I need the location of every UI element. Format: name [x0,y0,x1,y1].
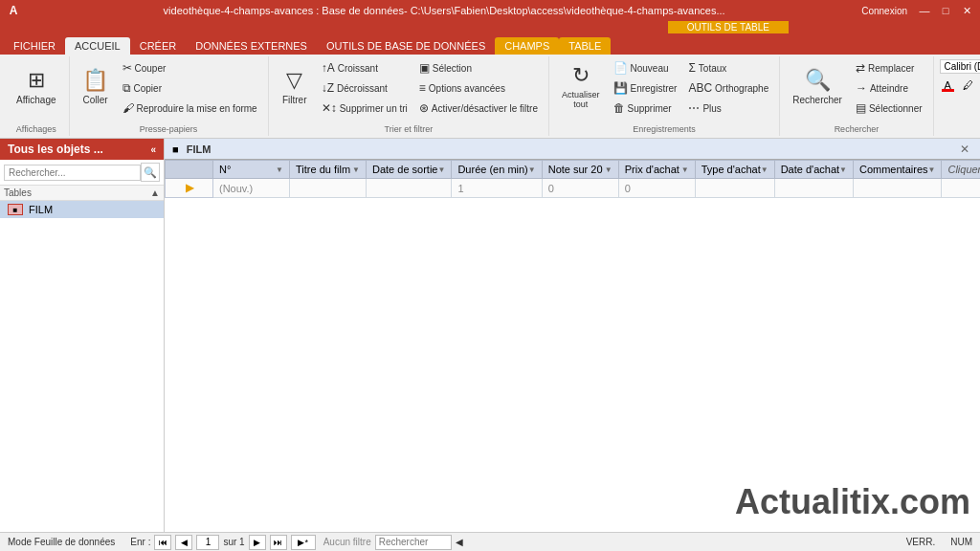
col-header-ajouter[interactable]: Cliquer pour ajouter [942,161,980,179]
supprimer-enr-btn[interactable]: 🗑 Supprimer [609,99,682,118]
nav-first-btn[interactable]: ⏮ [154,535,171,550]
ribbon-group-presse-papiers: 📋 Coller ✂ Couper ⧉ Copier 🖌 Reproduire … [70,56,269,136]
col-header-commentaires[interactable]: Commentaires ▼ [853,161,941,179]
col-header-num[interactable]: N° ▼ [213,161,290,179]
enregistrer-icon: 💾 [613,81,628,95]
col-header-type-achat[interactable]: Type d'achat ▼ [695,161,774,179]
orthographe-icon: ABC [688,81,712,95]
highlight-btn[interactable]: 🖊 [958,77,978,93]
grid-table: N° ▼ Titre du film ▼ Dat [165,160,980,198]
filter-area: Aucun filtre ◀ [323,535,463,550]
col-header-prix[interactable]: Prix d'achat ▼ [618,161,695,179]
font-name-selector[interactable]: Calibri (Détail) ▼ [940,59,980,74]
cell-new-note[interactable]: 0 [542,179,618,198]
croissant-icon: ↑A [322,61,335,75]
rechercher-btn[interactable]: 🔍 Rechercher [786,58,849,114]
sort-icon-duree: ▼ [528,165,536,174]
connexion-btn[interactable]: Connexion [861,6,907,16]
options-avancees-btn[interactable]: ≡ Options avancées [414,78,543,98]
cell-new-date-sortie[interactable] [367,179,452,198]
coller-btn[interactable]: 📋 Coller [76,58,116,114]
sort-icon-commentaires: ▼ [928,165,936,174]
tab-fichier[interactable]: FICHIER [4,37,65,55]
col-header-titre[interactable]: Titre du film ▼ [290,161,367,179]
couper-btn[interactable]: ✂ Couper [118,58,262,77]
remplacer-btn[interactable]: ⇄ Remplacer [851,58,927,77]
supprimer-tri-btn[interactable]: ✕↕ Supprimer un tri [317,99,412,118]
sidebar-item-film[interactable]: ■ FILM [0,201,164,218]
status-bar: Mode Feuille de données Enr : ⏮ ◀ sur 1 … [0,532,980,551]
sidebar-search-btn[interactable]: 🔍 [141,163,160,182]
font-color-btn[interactable]: A [940,77,956,93]
tables-section-collapse[interactable]: ▲ [150,187,160,198]
cell-new-ajouter [942,179,980,198]
col-header-note[interactable]: Note sur 20 ▼ [542,161,618,179]
cell-new-date-achat[interactable] [774,179,853,198]
cell-new-num[interactable]: (Nouv.) [213,179,290,198]
supprimer-enr-icon: 🗑 [613,101,625,115]
minimize-btn[interactable]: — [915,3,934,18]
atteindre-btn[interactable]: → Atteindre [851,78,927,98]
col-header-date-sortie[interactable]: Date de sortie ▼ [367,161,452,179]
nav-new-btn[interactable]: ▶* [291,535,316,550]
actualiser-btn[interactable]: ↻ Actualisertout [555,58,607,114]
tab-table[interactable]: TABLE [559,37,611,55]
ribbon-body: ⊞ Affichage Affichages 📋 Coller ✂ Couper… [0,55,980,139]
sidebar-search-input[interactable] [4,165,141,181]
nav-next-btn[interactable]: ▶ [249,535,266,550]
ribbon-group-affichages: ⊞ Affichage Affichages [4,56,70,136]
selection-icon: ▣ [419,61,430,75]
tab-champs[interactable]: CHAMPS [495,37,559,55]
sidebar-collapse-btn[interactable]: « [150,144,156,155]
filtrer-btn[interactable]: ▽ Filtrer [275,58,315,114]
search-input[interactable] [375,535,452,550]
nouveau-btn[interactable]: 📄 Nouveau [609,58,682,77]
selectionner-btn[interactable]: ▤ Sélectionner [851,99,927,118]
tab-creer[interactable]: CRÉER [130,37,187,55]
enregistrer-btn[interactable]: 💾 Enregistrer [609,78,682,98]
cell-new-titre[interactable] [290,179,367,198]
cell-new-type[interactable] [695,179,774,198]
cell-new-duree[interactable]: 1 [452,179,542,198]
main-area: Tous les objets ... « 🔍 Tables ▲ ■ FILM … [0,139,980,544]
decroissant-btn[interactable]: ↓Z Décroissant [317,78,412,98]
cell-new-prix[interactable]: 0 [618,179,695,198]
row-num-new: ▶ [166,179,213,198]
plus-btn[interactable]: ⋯ Plus [683,99,773,118]
close-btn[interactable]: ✕ [957,3,976,18]
tab-donnees-externes[interactable]: DONNÉES EXTERNES [186,37,317,55]
plus-icon: ⋯ [688,101,700,115]
selection-btn[interactable]: ▣ Sélection [414,58,543,77]
tab-accueil[interactable]: ACCUEIL [65,37,130,55]
grid-header-row: N° ▼ Titre du film ▼ Dat [166,161,981,179]
copier-btn[interactable]: ⧉ Copier [118,78,262,98]
row-arrow: ▶ [186,182,193,193]
options-avancees-icon: ≡ [419,81,426,95]
orthographe-btn[interactable]: ABC Orthographe [683,78,773,98]
nav-current-input[interactable] [196,535,219,550]
nav-prev-btn[interactable]: ◀ [175,535,192,550]
filtrer-icon: ▽ [286,68,302,93]
filter-label: Aucun filtre [323,537,371,547]
croissant-btn[interactable]: ↑A Croissant [317,58,412,77]
ribbon-group-mise-en-forme: Calibri (Détail) ▼ 11 ▼ G I S A 🖊 ≡ ≡ ≡ [934,56,980,136]
totaux-icon: Σ [688,61,695,75]
activer-icon: ⊛ [419,101,429,115]
activer-desactiver-btn[interactable]: ⊛ Activer/désactiver le filtre [414,99,543,118]
mode-label: Mode Feuille de données [8,537,115,547]
scroll-indicator: ◀ [456,537,463,547]
reproduire-btn[interactable]: 🖌 Reproduire la mise en forme [118,99,262,118]
affichage-icon: ⊞ [28,68,45,93]
data-grid[interactable]: N° ▼ Titre du film ▼ Dat [165,160,980,544]
tab-outils-bdd[interactable]: OUTILS DE BASE DE DONNÉES [317,37,495,55]
affichage-btn[interactable]: ⊞ Affichage [10,58,63,114]
col-header-duree[interactable]: Durée (en min) ▼ [452,161,542,179]
table-close-btn[interactable]: ✕ [957,142,972,157]
col-header-date-achat[interactable]: Date d'achat ▼ [774,161,853,179]
nav-last-btn[interactable]: ⏭ [270,535,287,550]
maximize-btn[interactable]: □ [936,3,955,18]
sidebar-item-label: FILM [29,204,53,215]
totaux-btn[interactable]: Σ Totaux [683,58,773,77]
ribbon-group-rechercher: 🔍 Rechercher ⇄ Remplacer → Atteindre ▤ S… [780,56,933,136]
cell-new-commentaires[interactable] [853,179,941,198]
